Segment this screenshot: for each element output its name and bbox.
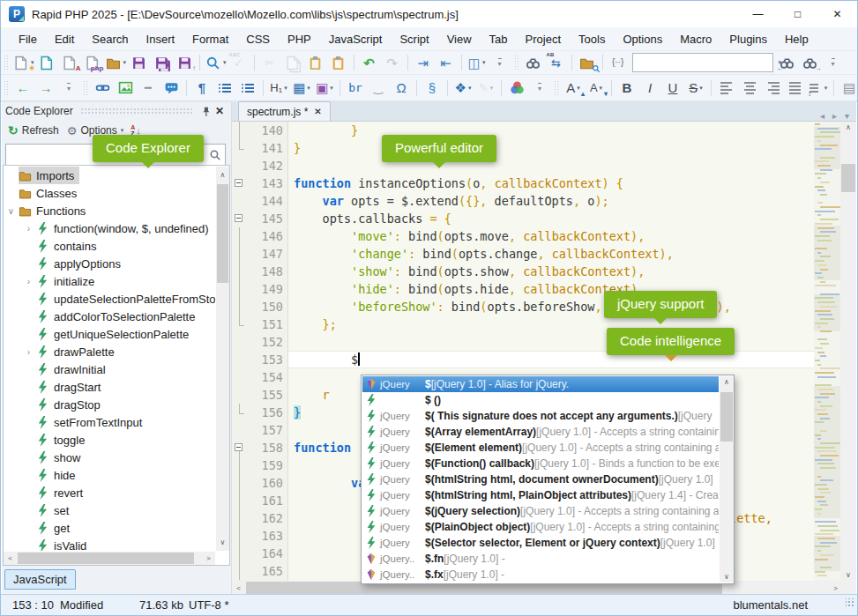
code-text[interactable]: $ (288, 351, 814, 368)
menu-project[interactable]: Project (517, 29, 570, 49)
scroll-left-icon[interactable]: < (232, 581, 245, 595)
increase-font-size-icon[interactable]: A▴▾ (562, 78, 585, 99)
editor-vertical-scrollbar[interactable]: ∧ ∨ (840, 122, 856, 581)
fold-gutter[interactable] (232, 333, 249, 351)
new-document-icon[interactable]: ✶▾ (11, 52, 35, 73)
tree-function-item[interactable]: ›drawPalette (4, 343, 215, 360)
toolbar-overflow-icon[interactable]: ▾ (822, 52, 845, 73)
scrollbar-thumb[interactable] (720, 392, 733, 442)
spell-check-icon[interactable]: ✓ABC (228, 52, 250, 73)
pin-icon[interactable] (200, 106, 212, 117)
completion-item[interactable]: jQuery$(Element element) [jQuery 1.0] - … (362, 440, 719, 456)
scroll-up-icon[interactable]: ∧ (720, 378, 734, 386)
insert-entity-icon[interactable]: Ω (390, 78, 413, 99)
tree-function-item[interactable]: dragStop (4, 396, 215, 413)
menu-tools[interactable]: Tools (570, 29, 614, 49)
fold-gutter[interactable] (232, 456, 249, 474)
tree-folder-classes[interactable]: Classes (4, 184, 215, 202)
completion-item[interactable]: jQuery$(htmlString html, PlainObject att… (362, 487, 719, 503)
code-text[interactable]: 'hide': bind(opts.hide, callbackContext)… (288, 280, 814, 298)
align-justify-icon[interactable] (784, 78, 807, 99)
fold-gutter[interactable] (232, 280, 249, 298)
fold-gutter[interactable] (232, 421, 249, 439)
code-text[interactable]: } (288, 122, 814, 139)
refresh-button[interactable]: ↻ Refresh (5, 122, 62, 138)
fold-gutter[interactable] (232, 122, 249, 139)
tree-horizontal-scrollbar[interactable]: < > (4, 552, 215, 565)
scroll-up-icon[interactable]: ∧ (216, 168, 229, 182)
find-dialog-icon[interactable] (522, 52, 545, 73)
copy-icon[interactable] (281, 52, 304, 73)
tree-function-item[interactable]: isValid (4, 537, 215, 551)
fold-gutter[interactable] (232, 474, 249, 492)
paste-icon[interactable] (304, 52, 327, 73)
insert-link-icon[interactable] (91, 78, 114, 99)
code-text[interactable] (288, 157, 814, 174)
fold-gutter[interactable] (232, 386, 249, 404)
vendor-link[interactable]: blumentals.net (733, 598, 808, 612)
completion-item[interactable]: jQuery$(jQuery selection) [jQuery 1.0] -… (362, 503, 719, 519)
insert-comment-icon[interactable] (160, 78, 183, 99)
new-from-template-icon[interactable] (35, 52, 58, 73)
completion-item[interactable]: jQuery$(Selector selector, Element or jQ… (362, 535, 719, 551)
code-text[interactable]: 'show': bind(opts.show, callbackContext)… (288, 263, 814, 280)
insert-form-icon[interactable]: ▣▾ (313, 78, 336, 99)
tree-function-item[interactable]: contains (4, 237, 215, 255)
fold-gutter[interactable] (232, 139, 249, 157)
fold-gutter[interactable] (232, 527, 249, 545)
scroll-down-icon[interactable]: ∨ (840, 571, 856, 579)
scroll-right-icon[interactable]: > (202, 552, 215, 565)
menu-view[interactable]: View (438, 29, 481, 49)
insert-ordered-list-icon[interactable] (236, 78, 259, 99)
menu-tab[interactable]: Tab (481, 29, 517, 49)
close-button[interactable]: ✕ (817, 1, 857, 27)
fold-gutter[interactable] (232, 298, 249, 315)
outdent-icon[interactable]: ⇤ (435, 52, 458, 73)
quick-search-combo[interactable]: ▾ (632, 53, 773, 72)
cut-icon[interactable]: ✂ (258, 52, 281, 73)
fold-gutter[interactable] (232, 404, 249, 421)
menu-php[interactable]: PHP (279, 29, 320, 49)
insert-horizontal-rule-icon[interactable]: ━ (137, 78, 160, 99)
tree-folder-imports[interactable]: Imports (4, 167, 215, 184)
menu-edit[interactable]: Edit (46, 29, 83, 49)
fold-gutter[interactable] (232, 562, 249, 580)
insert-table-icon[interactable]: ▦▾ (290, 78, 313, 99)
tab-close-icon[interactable]: ✕ (314, 107, 321, 116)
tree-function-item[interactable]: get (4, 519, 215, 537)
find-icon[interactable]: ▾ (204, 52, 228, 73)
tree-function-item[interactable]: dragStart (4, 378, 215, 396)
code-text[interactable]: }; (288, 315, 814, 333)
italic-icon[interactable]: I (638, 78, 661, 99)
fold-gutter[interactable] (232, 439, 249, 456)
fold-gutter[interactable] (232, 492, 249, 509)
fold-gutter[interactable] (232, 210, 249, 227)
tree-function-item[interactable]: show (4, 449, 215, 466)
fold-gutter[interactable] (232, 263, 249, 280)
fold-gutter[interactable] (232, 368, 249, 386)
fold-gutter[interactable] (232, 157, 249, 174)
code-text[interactable]: 'move': bind(opts.move, callbackContext)… (288, 227, 814, 245)
scrollbar-thumb[interactable] (217, 184, 228, 283)
menu-macro[interactable]: Macro (671, 29, 720, 49)
navigate-back-icon[interactable]: ← (11, 78, 34, 99)
scroll-left-icon[interactable]: < (4, 552, 17, 565)
tree-function-item[interactable]: ›function(window, $, undefined) (4, 219, 215, 237)
maximize-button[interactable]: □ (778, 1, 817, 27)
open-file-icon[interactable]: ▾ (104, 52, 128, 73)
fold-gutter[interactable] (232, 351, 249, 368)
completion-item[interactable]: jQuery$(PlainObject object) [jQuery 1.0]… (362, 519, 719, 535)
insert-br-icon[interactable]: br (344, 78, 367, 99)
tree-function-item[interactable]: ›initialize (4, 272, 215, 290)
bold-icon[interactable]: B (616, 78, 638, 99)
completion-item[interactable]: jQuery..$.fx [jQuery 1.0] - (362, 567, 719, 583)
insert-image-icon[interactable] (114, 78, 137, 99)
line-spacing-icon[interactable]: ↕▾ (807, 78, 830, 99)
tab-spectrum-js[interactable]: spectrum.js * ✕ (238, 101, 331, 121)
find-next-icon[interactable]: → (799, 52, 822, 73)
completion-item[interactable]: jQuery$(Array elementArray) [jQuery 1.0]… (362, 424, 719, 440)
minimize-button[interactable]: — (738, 1, 778, 27)
menu-css[interactable]: CSS (237, 29, 279, 49)
popup-scrollbar[interactable]: ∧ ∨ (720, 376, 734, 583)
fold-gutter[interactable] (232, 227, 249, 245)
